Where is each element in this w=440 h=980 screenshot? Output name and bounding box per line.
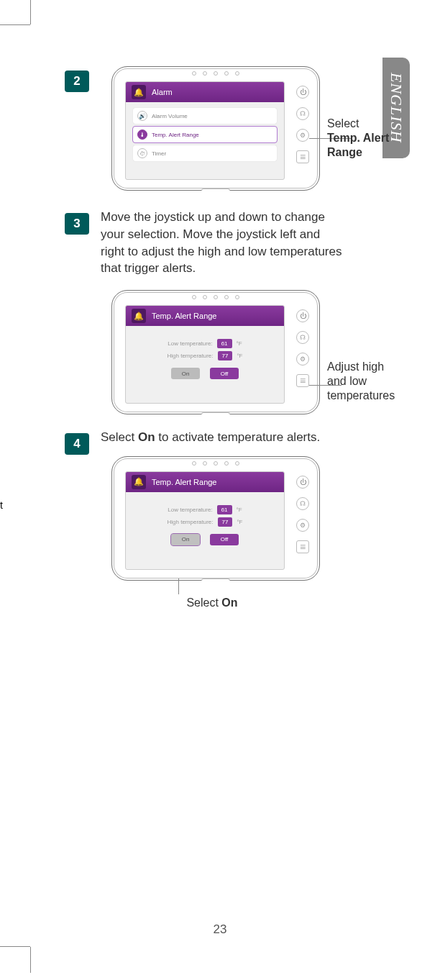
unit: °F <box>237 519 242 525</box>
device-screenshot-range: ⏻ ☊ ⚙ 🔔 Temp. Alert Range Low temperatur… <box>111 290 320 414</box>
step-number-badge: 4 <box>65 433 89 455</box>
side-buttons: ⏻ ☊ ⚙ <box>296 86 309 163</box>
row-label: Alarm Volume <box>152 113 188 119</box>
unit: °F <box>237 353 242 359</box>
stray-text: t <box>0 499 3 511</box>
menu-icon <box>296 150 309 163</box>
step-3-text: Move the joystick up and down to change … <box>101 209 345 277</box>
menu-row-volume: 🔊 Alarm Volume <box>133 108 277 124</box>
low-value: 61 <box>217 505 232 514</box>
power-icon: ⏻ <box>296 309 309 322</box>
low-value: 61 <box>217 339 232 348</box>
indicator-dots <box>192 71 239 76</box>
screen-title: Temp. Alert Range <box>152 312 217 320</box>
on-button: On <box>171 534 200 545</box>
settings-icon: ⚙ <box>296 353 309 366</box>
bell-icon: 🔔 <box>132 475 146 489</box>
menu-icon <box>296 374 309 387</box>
crop-mark <box>30 947 31 973</box>
speaker-icon: 🔊 <box>137 111 147 121</box>
crop-mark <box>30 0 31 24</box>
step-3: 3 Move the joystick up and down to chang… <box>43 209 403 414</box>
menu-row-temp: 🌡 Temp. Alert Range <box>133 127 277 142</box>
high-value: 77 <box>218 517 233 527</box>
callout-select-temp: Select Temp. Alert Range <box>327 117 392 160</box>
high-value: 77 <box>218 351 233 360</box>
power-icon: ⏻ <box>296 86 309 99</box>
low-label: Low temperature: <box>168 340 212 347</box>
thermometer-icon: 🌡 <box>137 130 147 140</box>
callout-adjust: Adjust high and low temperatures <box>327 360 406 403</box>
step-number-badge: 2 <box>65 71 89 92</box>
screen-header: 🔔 Temp. Alert Range <box>126 306 284 326</box>
indicator-dots <box>192 461 239 466</box>
settings-icon: ⚙ <box>296 129 309 142</box>
bottom-slot <box>201 412 230 414</box>
step-4-text: Select On to activate temperature alerts… <box>101 429 345 446</box>
low-label: Low temperature: <box>168 507 212 513</box>
menu-icon <box>296 540 309 553</box>
row-label: Timer <box>152 150 166 157</box>
crop-mark <box>0 946 30 947</box>
step-number-badge: 3 <box>65 213 89 235</box>
on-button: On <box>171 368 200 379</box>
crop-mark <box>0 24 30 25</box>
device-screenshot-alarm: ⏻ ☊ ⚙ 🔔 Alarm 🔊 Alarm Volume 🌡 <box>111 66 320 191</box>
bell-icon: 🔔 <box>132 85 146 99</box>
clock-icon: ⏱ <box>137 148 147 158</box>
talk-icon: ☊ <box>296 497 309 510</box>
menu-row-timer: ⏱ Timer <box>133 145 277 161</box>
unit: °F <box>237 507 242 513</box>
bottom-slot <box>201 189 230 191</box>
bottom-slot <box>201 579 230 581</box>
screen-title: Alarm <box>152 88 173 96</box>
step-4: 4 Select On to activate temperature aler… <box>43 429 403 581</box>
high-label: High temperature: <box>167 519 213 525</box>
callout-line <box>178 579 179 594</box>
callout-select-on: Select On <box>169 596 255 610</box>
off-button: Off <box>210 534 239 545</box>
screen-header: 🔔 Temp. Alert Range <box>126 472 284 492</box>
step-2: 2 ⏻ ☊ ⚙ 🔔 Alarm 🔊 Alarm Volume <box>43 66 403 191</box>
screen-title: Temp. Alert Range <box>152 478 217 486</box>
high-label: High temperature: <box>167 353 213 359</box>
page-number: 23 <box>214 922 227 937</box>
side-buttons: ⏻ ☊ ⚙ <box>296 309 309 387</box>
unit: °F <box>237 340 242 347</box>
indicator-dots <box>192 295 239 299</box>
side-buttons: ⏻ ☊ ⚙ <box>296 476 309 553</box>
screen-header: 🔔 Alarm <box>126 82 284 102</box>
bell-icon: 🔔 <box>132 309 146 323</box>
device-screenshot-on: ⏻ ☊ ⚙ 🔔 Temp. Alert Range Low temperatur… <box>111 456 320 581</box>
talk-icon: ☊ <box>296 107 309 120</box>
off-button: Off <box>210 368 239 379</box>
talk-icon: ☊ <box>296 331 309 344</box>
power-icon: ⏻ <box>296 476 309 489</box>
row-label: Temp. Alert Range <box>152 132 199 138</box>
settings-icon: ⚙ <box>296 519 309 532</box>
